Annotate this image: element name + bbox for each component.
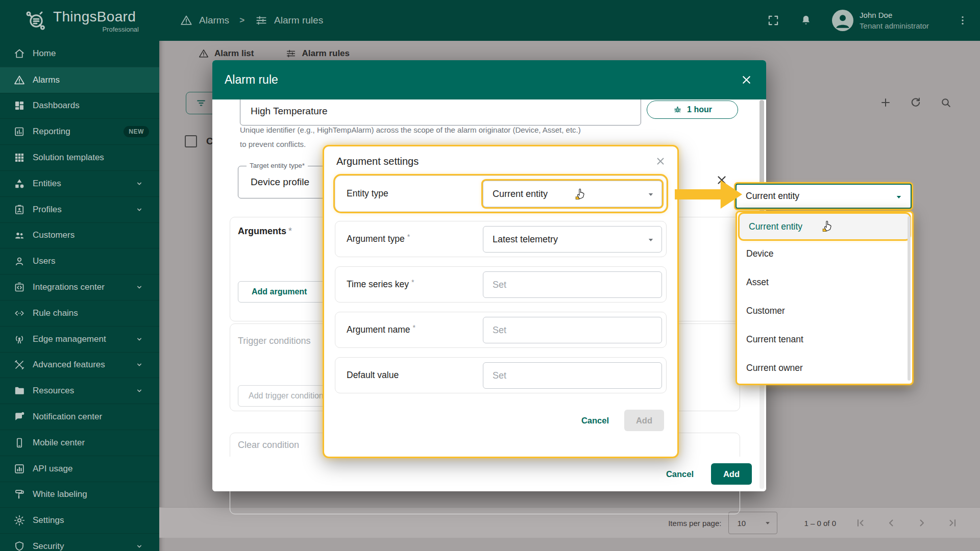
sidebar-item-home[interactable]: Home bbox=[0, 41, 159, 67]
argument-type-select[interactable]: Latest telemetry bbox=[483, 226, 662, 253]
chevron-down-icon bbox=[134, 178, 145, 189]
integrations-icon bbox=[13, 281, 26, 293]
clear-condition-label: Clear condition bbox=[238, 440, 299, 450]
next-page-icon[interactable] bbox=[916, 517, 928, 529]
debug-bug-icon bbox=[673, 105, 682, 115]
breadcrumb-alarms[interactable]: Alarms bbox=[180, 14, 229, 27]
entity-type-target-select[interactable]: Current entity bbox=[736, 184, 912, 209]
sidebar-item-rule-chains[interactable]: Rule chains bbox=[0, 300, 159, 326]
sidebar-item-label: Security bbox=[33, 541, 64, 551]
avatar[interactable] bbox=[832, 10, 853, 31]
white-labeling-icon bbox=[13, 488, 26, 500]
alarm-rule-name-input[interactable]: High Temperature bbox=[240, 97, 641, 126]
home-icon bbox=[13, 47, 26, 60]
entity-type-select[interactable]: Current entity bbox=[483, 181, 662, 207]
fullscreen-icon[interactable] bbox=[767, 14, 780, 27]
sidebar-item-advanced-features[interactable]: Advanced features bbox=[0, 352, 159, 378]
entity-type-option-current-entity[interactable]: Current entity bbox=[740, 214, 910, 239]
argument-name-input[interactable]: Set bbox=[483, 317, 662, 343]
search-icon[interactable] bbox=[940, 96, 952, 109]
sidebar-item-label: Customers bbox=[33, 230, 75, 240]
sidebar-item-label: Entities bbox=[33, 179, 61, 189]
cancel-button[interactable]: Cancel bbox=[581, 416, 609, 425]
argument-settings-dialog: Argument settings Entity typeCurrent ent… bbox=[323, 145, 679, 458]
add-button-disabled[interactable]: Add bbox=[624, 410, 664, 431]
sidebar-item-reporting[interactable]: ReportingNEW bbox=[0, 118, 159, 144]
sidebar-item-label: Mobile center bbox=[33, 438, 85, 448]
add-button[interactable]: Add bbox=[711, 463, 752, 485]
warning-icon bbox=[180, 14, 193, 27]
first-page-icon[interactable] bbox=[854, 517, 867, 529]
select-all-checkbox[interactable] bbox=[185, 135, 197, 147]
argument-row-label: Argument type* bbox=[347, 221, 410, 257]
security-icon bbox=[13, 540, 26, 551]
sidebar-item-customers[interactable]: Customers bbox=[0, 222, 159, 248]
kebab-menu-icon[interactable] bbox=[957, 14, 969, 27]
topbar-actions: John Doe Tenant administrator bbox=[767, 0, 980, 41]
sidebar-item-notification-center[interactable]: Notification center bbox=[0, 404, 159, 430]
caret-down-icon bbox=[893, 191, 904, 203]
sidebar-item-solution-templates[interactable]: Solution templates bbox=[0, 144, 159, 170]
sidebar-item-users[interactable]: Users bbox=[0, 248, 159, 274]
default-value-input[interactable]: Set bbox=[483, 362, 662, 389]
sidebar-item-profiles[interactable]: Profiles bbox=[0, 196, 159, 222]
chevron-down-icon bbox=[134, 334, 145, 345]
user-info[interactable]: John Doe Tenant administrator bbox=[860, 11, 929, 30]
sidebar-item-entities[interactable]: Entities bbox=[0, 170, 159, 196]
items-per-page-label: Items per page: bbox=[668, 519, 721, 528]
table-column-header-partial: C bbox=[206, 136, 212, 148]
dialog-title: Alarm rule bbox=[225, 73, 278, 87]
entity-type-option-device[interactable]: Device bbox=[737, 239, 912, 268]
trigger-conditions-label: Trigger conditions bbox=[238, 336, 310, 346]
brand[interactable]: ThingsBoard Professional bbox=[53, 9, 139, 33]
cancel-button[interactable]: Cancel bbox=[666, 469, 694, 479]
entity-type-option-customer[interactable]: Customer bbox=[737, 296, 912, 325]
sidebar-item-api-usage[interactable]: API usage bbox=[0, 456, 159, 482]
sidebar-item-white-labeling[interactable]: White labeling bbox=[0, 482, 159, 508]
previous-page-icon[interactable] bbox=[885, 517, 897, 529]
sidebar-item-label: Dashboards bbox=[33, 101, 80, 111]
entity-type-option-current-owner[interactable]: Current owner bbox=[737, 354, 912, 382]
items-per-page-select[interactable]: 10 bbox=[728, 512, 777, 534]
tab-alarm-rules[interactable]: Alarm rules bbox=[285, 48, 350, 59]
time-series-key-input[interactable]: Set bbox=[483, 271, 662, 298]
sidebar-item-label: White labeling bbox=[33, 489, 87, 499]
chevron-down-icon bbox=[134, 385, 145, 396]
sidebar-item-label: Resources bbox=[33, 386, 74, 396]
sidebar-item-alarms[interactable]: Alarms bbox=[0, 67, 159, 93]
close-icon[interactable] bbox=[655, 156, 666, 167]
name-helper-text: Unique identifier (e.g., HighTempAlarm) … bbox=[240, 126, 581, 134]
sidebar-item-label: Rule chains bbox=[33, 308, 78, 318]
refresh-icon[interactable] bbox=[910, 96, 922, 109]
sidebar-item-mobile-center[interactable]: Mobile center bbox=[0, 430, 159, 456]
brand-edition: Professional bbox=[53, 26, 139, 33]
breadcrumb: Alarms > Alarm rules bbox=[180, 0, 323, 41]
warning-icon bbox=[13, 74, 26, 86]
entity-type-option-asset[interactable]: Asset bbox=[737, 268, 912, 296]
argument-settings-title: Argument settings bbox=[336, 156, 419, 167]
breadcrumb-alarm-rules[interactable]: Alarm rules bbox=[255, 14, 323, 27]
thingsboard-logo-icon bbox=[23, 8, 48, 33]
sidebar-item-resources[interactable]: Resources bbox=[0, 378, 159, 404]
sidebar-item-dashboards[interactable]: Dashboards bbox=[0, 93, 159, 119]
tab-alarm-list[interactable]: Alarm list bbox=[198, 48, 254, 59]
sidebar-item-integrations-center[interactable]: Integrations center bbox=[0, 274, 159, 300]
dropdown-scrollbar[interactable] bbox=[908, 216, 911, 381]
sidebar-item-security[interactable]: Security bbox=[0, 533, 159, 551]
close-icon[interactable] bbox=[740, 73, 753, 86]
chevron-down-icon bbox=[134, 282, 145, 293]
arguments-section-label: Arguments* bbox=[238, 226, 292, 237]
add-button[interactable] bbox=[879, 96, 892, 109]
entity-type-dropdown: Current entityDeviceAssetCustomerCurrent… bbox=[736, 211, 914, 385]
sidebar-item-label: Advanced features bbox=[33, 360, 105, 370]
last-page-icon[interactable] bbox=[946, 517, 959, 529]
sidebar-item-edge-management[interactable]: Edge management bbox=[0, 326, 159, 352]
dashboards-icon bbox=[13, 99, 26, 112]
debug-duration-chip[interactable]: 1 hour bbox=[647, 101, 738, 119]
caret-down-icon bbox=[645, 189, 656, 200]
entity-type-option-current-tenant[interactable]: Current tenant bbox=[737, 325, 912, 354]
sidebar-item-settings[interactable]: Settings bbox=[0, 507, 159, 533]
cursor-hand-icon bbox=[821, 219, 835, 235]
notifications-bell-icon[interactable] bbox=[799, 14, 813, 27]
sidebar-item-label: Solution templates bbox=[33, 153, 104, 163]
